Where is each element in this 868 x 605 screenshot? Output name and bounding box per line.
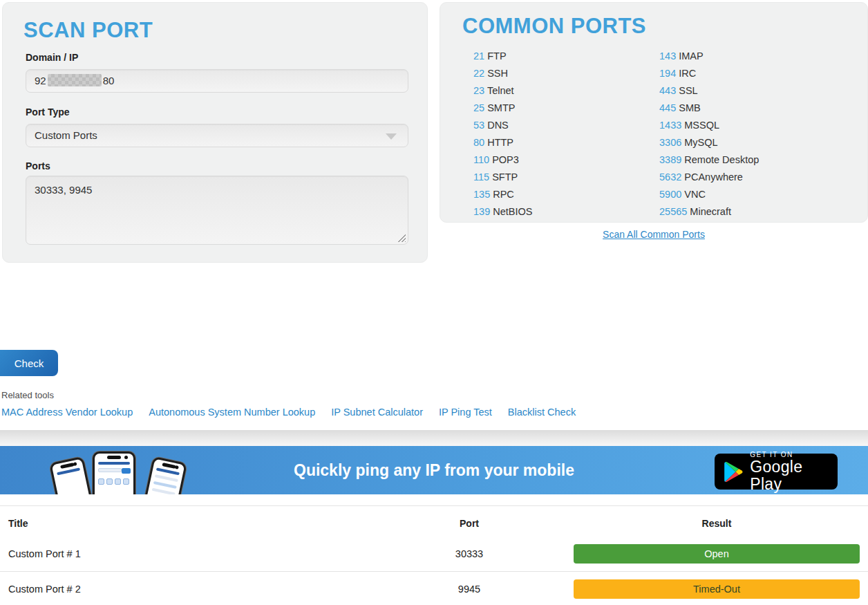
common-port-name: RPC	[490, 189, 514, 200]
result-row: Custom Port # 130333Open	[0, 537, 868, 571]
domain-value-suffix: 80	[103, 75, 115, 86]
phone-center	[93, 452, 135, 494]
header-result: Result	[574, 518, 860, 529]
common-port-item: 1433 MSSQL	[659, 117, 759, 134]
common-ports-title: COMMON PORTS	[462, 14, 646, 39]
common-port-item: 135 RPC	[473, 186, 532, 203]
common-port-item: 139 NetBIOS	[473, 203, 532, 221]
related-tool-link[interactable]: MAC Address Vendor Lookup	[1, 407, 133, 418]
common-port-number: 445	[659, 102, 676, 113]
common-ports-column-right: 143 IMAP194 IRC443 SSL445 SMB1433 MSSQL3…	[659, 48, 759, 221]
scan-port-title: SCAN PORT	[23, 18, 153, 43]
common-port-item: 445 SMB	[659, 100, 759, 117]
related-tools-links: MAC Address Vendor LookupAutonomous Syst…	[1, 407, 576, 418]
common-port-item: 115 SFTP	[473, 169, 532, 186]
common-port-number: 21	[473, 50, 484, 62]
common-port-name: PCAnywhere	[681, 171, 743, 183]
results-header-row: Title Port Result	[0, 506, 868, 537]
ports-textarea[interactable]: 30333, 9945	[26, 176, 408, 245]
common-port-item: 21 FTP	[473, 48, 532, 65]
common-port-number: 443	[659, 85, 676, 96]
common-ports-panel: COMMON PORTS 21 FTP22 SSH23 Telnet25 SMT…	[440, 2, 868, 223]
common-port-name: NetBIOS	[490, 206, 532, 217]
chevron-down-icon	[386, 133, 397, 140]
related-tool-link[interactable]: Autonomous System Number Lookup	[149, 407, 315, 418]
page: SCAN PORT Domain / IP 9280 Port Type Cus…	[0, 0, 868, 605]
header-port: Port	[415, 518, 524, 529]
common-port-name: SMTP	[484, 102, 515, 113]
common-port-number: 139	[473, 206, 490, 217]
common-port-number: 80	[473, 137, 484, 148]
common-port-name: VNC	[681, 189, 706, 200]
port-type-label: Port Type	[26, 106, 70, 118]
common-port-name: MSSQL	[681, 120, 719, 131]
ports-label: Ports	[26, 160, 50, 171]
ports-value: 30333, 9945	[35, 184, 92, 196]
results-table: Title Port Result Custom Port # 130333Op…	[0, 505, 868, 605]
common-port-name: DNS	[484, 120, 509, 131]
common-port-number: 3389	[659, 154, 681, 165]
promo-banner: Quickly ping any IP from your mobile GET…	[0, 446, 868, 494]
common-port-name: SFTP	[489, 171, 518, 183]
result-title: Custom Port # 1	[8, 537, 81, 571]
common-port-number: 115	[473, 171, 489, 183]
port-type-select[interactable]: Custom Ports	[26, 124, 408, 147]
common-port-item: 23 Telnet	[473, 82, 532, 100]
common-port-name: SSH	[484, 68, 508, 79]
port-type-selected-value: Custom Ports	[35, 129, 97, 141]
badge-google-play: Google Play	[750, 458, 829, 492]
common-port-item: 110 POP3	[473, 151, 532, 169]
common-port-number: 194	[659, 68, 676, 79]
common-port-number: 22	[473, 68, 484, 79]
common-port-number: 25	[473, 102, 484, 113]
status-badge-open: Open	[574, 544, 860, 564]
result-title: Custom Port # 2	[8, 572, 81, 605]
check-button[interactable]: Check	[0, 350, 58, 376]
common-port-item: 3306 MySQL	[659, 134, 759, 151]
result-row: Custom Port # 29945Timed-Out	[0, 571, 868, 605]
section-divider	[0, 430, 868, 446]
common-port-item: 80 HTTP	[473, 134, 532, 151]
common-port-number: 143	[659, 50, 676, 62]
scan-port-panel: SCAN PORT Domain / IP 9280 Port Type Cus…	[2, 2, 428, 263]
common-port-item: 194 IRC	[659, 65, 759, 82]
common-port-number: 53	[473, 120, 484, 131]
common-port-item: 143 IMAP	[659, 48, 759, 65]
google-play-badge[interactable]: GET IT ON Google Play	[715, 454, 838, 490]
common-port-name: MySQL	[681, 137, 717, 148]
common-port-item: 5900 VNC	[659, 186, 759, 203]
common-port-item: 53 DNS	[473, 117, 532, 134]
common-port-number: 135	[473, 189, 490, 200]
scan-all-common-ports-link[interactable]: Scan All Common Ports	[440, 229, 868, 240]
related-tool-link[interactable]: IP Subnet Calculator	[331, 407, 423, 418]
domain-ip-label: Domain / IP	[26, 52, 78, 63]
common-port-number: 5900	[659, 189, 681, 200]
common-port-item: 25 SMTP	[473, 100, 532, 117]
common-port-name: POP3	[489, 154, 519, 165]
common-port-number: 110	[473, 154, 489, 165]
common-port-number: 25565	[659, 206, 687, 217]
common-port-number: 5632	[659, 171, 681, 183]
common-ports-column-left: 21 FTP22 SSH23 Telnet25 SMTP53 DNS80 HTT…	[473, 48, 532, 221]
domain-value-prefix: 92	[35, 75, 46, 86]
common-port-number: 1433	[659, 120, 681, 131]
common-port-name: Remote Desktop	[681, 154, 759, 165]
resize-handle-icon[interactable]	[397, 234, 406, 242]
common-port-name: IRC	[676, 68, 696, 79]
status-badge-timedout: Timed-Out	[574, 579, 860, 599]
related-tool-link[interactable]: Blacklist Check	[508, 407, 576, 418]
common-port-item: 22 SSH	[473, 65, 532, 82]
result-port: 30333	[415, 537, 524, 571]
common-port-number: 23	[473, 85, 484, 96]
result-port: 9945	[415, 572, 524, 605]
google-play-icon	[724, 460, 743, 484]
common-port-name: SMB	[676, 102, 700, 113]
common-port-name: Telnet	[484, 85, 513, 96]
common-port-name: IMAP	[676, 50, 703, 62]
common-port-number: 3306	[659, 137, 681, 148]
related-tool-link[interactable]: IP Ping Test	[439, 407, 492, 418]
common-port-item: 25565 Minecraft	[659, 203, 759, 221]
common-port-name: Minecraft	[687, 206, 731, 217]
header-title: Title	[8, 518, 28, 529]
domain-input[interactable]: 9280	[26, 69, 408, 93]
